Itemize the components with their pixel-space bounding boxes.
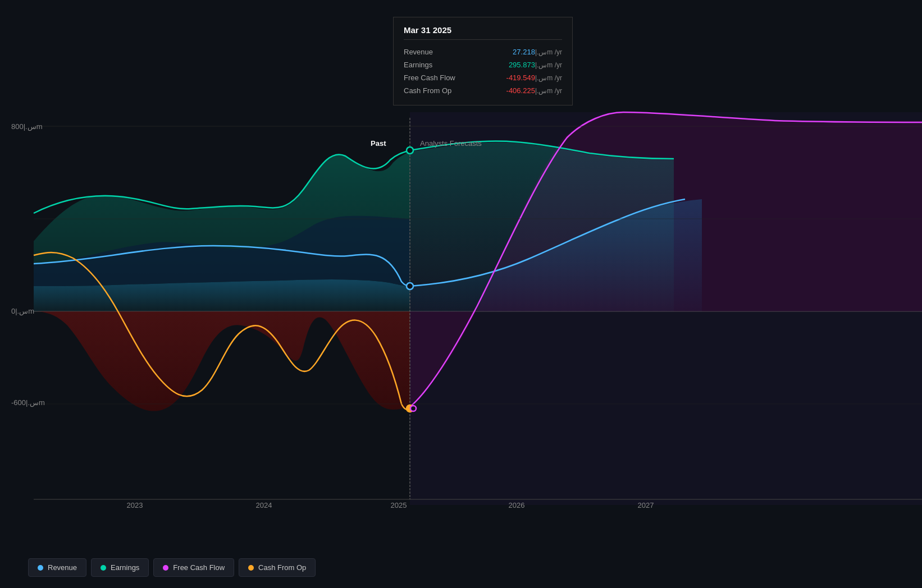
tooltip-row-fcf: Free Cash Flow -419.549|.سm /yr: [404, 71, 562, 84]
x-label-2023: 2023: [127, 501, 143, 509]
tooltip-label-earnings: Earnings: [404, 61, 432, 69]
x-label-2025: 2025: [391, 501, 407, 509]
legend-label-fcf: Free Cash Flow: [173, 563, 225, 572]
period-forecast-label: Analysts Forecasts: [420, 139, 482, 148]
legend-label-cashop: Cash From Op: [258, 563, 306, 572]
tooltip-label-cashop: Cash From Op: [404, 86, 451, 95]
y-label-neg600: -600|.سm: [11, 398, 45, 407]
x-label-2026: 2026: [509, 501, 525, 509]
legend-dot-cashop: [248, 565, 254, 571]
tooltip-value-revenue: 27.218|.سm /yr: [513, 48, 562, 56]
legend-dot-earnings: [101, 565, 106, 571]
tooltip-label-revenue: Revenue: [404, 48, 433, 56]
tooltip-value-cashop: -406.225|.سm /yr: [506, 86, 562, 95]
tooltip: Mar 31 2025 Revenue 27.218|.سm /yr Earni…: [393, 17, 573, 105]
tooltip-value-earnings: 295.873|.سm /yr: [509, 61, 562, 69]
tooltip-date: Mar 31 2025: [404, 25, 562, 40]
tooltip-row-cashop: Cash From Op -406.225|.سm /yr: [404, 84, 562, 97]
tooltip-label-fcf: Free Cash Flow: [404, 74, 455, 82]
legend-item-revenue[interactable]: Revenue: [28, 558, 86, 577]
legend-label-revenue: Revenue: [48, 563, 77, 572]
tooltip-value-fcf: -419.549|.سm /yr: [506, 74, 562, 82]
legend-item-cashop[interactable]: Cash From Op: [239, 558, 316, 577]
tooltip-row-earnings: Earnings 295.873|.سm /yr: [404, 58, 562, 71]
x-label-2024: 2024: [256, 501, 272, 509]
chart-legend: Revenue Earnings Free Cash Flow Cash Fro…: [28, 558, 316, 577]
legend-item-fcf[interactable]: Free Cash Flow: [153, 558, 234, 577]
legend-item-earnings[interactable]: Earnings: [91, 558, 149, 577]
period-past-label: Past: [371, 139, 413, 148]
svg-point-12: [410, 406, 416, 411]
y-label-800: 800|.سm: [11, 122, 43, 131]
y-label-0: 0|.سm: [11, 307, 34, 315]
legend-dot-fcf: [163, 565, 168, 571]
x-label-2027: 2027: [638, 501, 654, 509]
legend-label-earnings: Earnings: [111, 563, 139, 572]
svg-point-10: [407, 283, 413, 290]
legend-dot-revenue: [38, 565, 43, 571]
tooltip-row-revenue: Revenue 27.218|.سm /yr: [404, 45, 562, 58]
svg-point-9: [407, 147, 413, 154]
chart-container: 800|.سm 0|.سm -600|.سm 2023 2024 2025 20…: [0, 0, 922, 588]
